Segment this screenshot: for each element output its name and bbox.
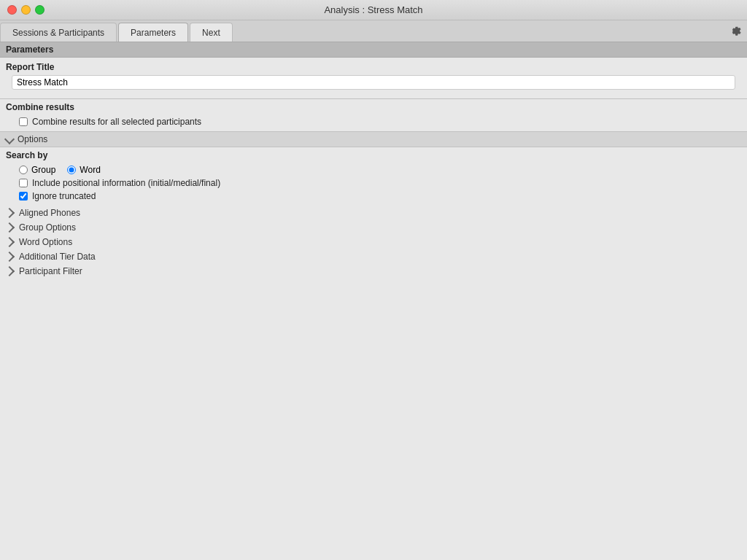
tab-parameters-label: Parameters <box>131 28 176 38</box>
combine-results-label: Combine results <box>6 102 741 112</box>
word-options-label: Word Options <box>19 237 72 247</box>
search-by-word-radio[interactable] <box>67 166 76 174</box>
section-header-label: Parameters <box>6 44 53 55</box>
gear-icon <box>728 25 741 38</box>
aligned-phones-chevron-icon <box>4 208 15 218</box>
report-title-input[interactable] <box>12 75 735 90</box>
minimize-button[interactable] <box>21 5 31 15</box>
include-positional-label: Include positional information (initial/… <box>32 178 220 188</box>
tab-sessions[interactable]: Sessions & Participants <box>0 23 117 42</box>
close-button[interactable] <box>7 5 17 15</box>
combine-results-row: Combine results for all selected partici… <box>6 115 741 128</box>
word-options-row[interactable]: Word Options <box>0 235 747 249</box>
additional-tier-row[interactable]: Additional Tier Data <box>0 249 747 264</box>
tabbar: Sessions & Participants Parameters Next <box>0 20 747 42</box>
additional-tier-chevron-icon <box>4 252 15 262</box>
tab-next[interactable]: Next <box>190 23 233 42</box>
main-content: Parameters Report Title Combine results … <box>0 42 747 560</box>
tab-sessions-label: Sessions & Participants <box>12 28 104 38</box>
options-label: Options <box>18 134 47 144</box>
group-options-label: Group Options <box>19 222 76 233</box>
search-by-group-item: Group <box>19 165 55 175</box>
group-options-row[interactable]: Group Options <box>0 220 747 235</box>
tab-next-label: Next <box>202 28 220 38</box>
tabbar-right <box>743 40 747 42</box>
participant-filter-row[interactable]: Participant Filter <box>0 264 747 279</box>
report-title-container <box>0 74 747 98</box>
gear-button[interactable] <box>728 25 741 38</box>
titlebar: Analysis : Stress Match <box>0 0 747 20</box>
group-options-chevron-icon <box>4 222 15 233</box>
search-by-section: Search by Group Word Include positional … <box>0 147 747 203</box>
ignore-truncated-label: Ignore truncated <box>32 191 96 201</box>
search-by-group-label: Group <box>31 165 55 175</box>
options-chevron-icon <box>4 134 15 144</box>
search-by-group-radio[interactable] <box>19 166 28 174</box>
combine-results-checkbox[interactable] <box>19 117 28 126</box>
search-by-label: Search by <box>6 150 741 160</box>
parameters-section-header: Parameters <box>0 42 747 58</box>
options-row[interactable]: Options <box>0 131 747 147</box>
report-title-label: Report Title <box>0 58 747 74</box>
expandable-rows-container: Aligned Phones Group Options Word Option… <box>0 206 747 279</box>
include-positional-checkbox[interactable] <box>19 179 28 187</box>
window-controls <box>7 5 44 15</box>
maximize-button[interactable] <box>35 5 44 15</box>
tab-parameters[interactable]: Parameters <box>118 23 188 42</box>
additional-tier-label: Additional Tier Data <box>19 252 96 262</box>
participant-filter-chevron-icon <box>4 266 15 276</box>
ignore-truncated-checkbox[interactable] <box>19 192 28 201</box>
word-options-chevron-icon <box>4 237 15 247</box>
include-positional-row: Include positional information (initial/… <box>6 176 741 190</box>
aligned-phones-row[interactable]: Aligned Phones <box>0 206 747 220</box>
search-by-word-label: Word <box>80 165 100 175</box>
window-title: Analysis : Stress Match <box>324 4 422 15</box>
search-by-radio-row: Group Word <box>6 163 741 176</box>
combine-results-checkbox-label: Combine results for all selected partici… <box>32 117 201 127</box>
ignore-truncated-row: Ignore truncated <box>6 190 741 203</box>
combine-results-section: Combine results Combine results for all … <box>0 99 747 131</box>
participant-filter-label: Participant Filter <box>19 266 82 276</box>
search-by-word-item: Word <box>67 165 100 175</box>
aligned-phones-label: Aligned Phones <box>19 208 80 218</box>
